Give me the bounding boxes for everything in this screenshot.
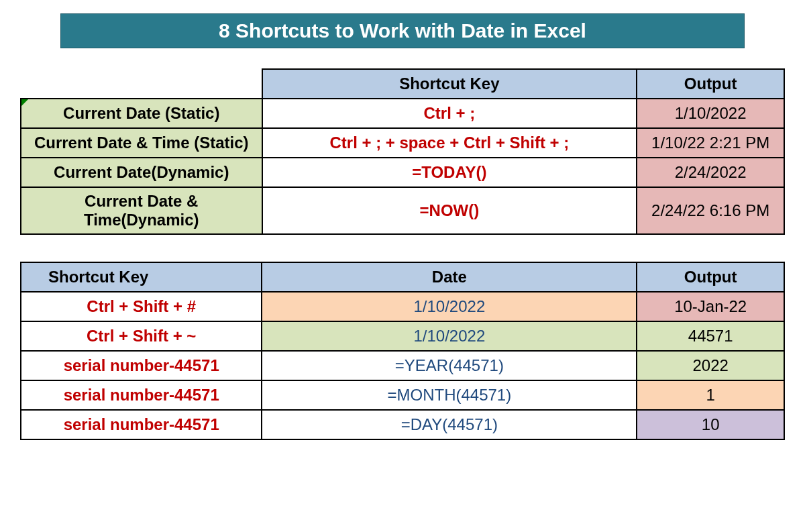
shortcut-key-cell: =NOW(): [262, 187, 637, 234]
table-row: Current Date & Time (Static) Ctrl + ; + …: [21, 128, 784, 158]
output-cell: 1/10/22 2:21 PM: [637, 128, 784, 158]
header-shortcut-key: Shortcut Key: [262, 69, 637, 99]
date-cell: =DAY(44571): [262, 410, 637, 439]
table-row: Current Date & Time(Dynamic) =NOW() 2/24…: [21, 187, 784, 234]
table-row: Shortcut Key Date Output: [21, 262, 784, 292]
shortcut-key-cell: serial number-44571: [21, 410, 262, 439]
output-cell: 2022: [637, 351, 784, 380]
table-row: Current Date(Dynamic) =TODAY() 2/24/2022: [21, 158, 784, 187]
shortcut-key-cell: serial number-44571: [21, 351, 262, 380]
error-indicator-icon: [21, 99, 28, 106]
shortcut-key-cell: Ctrl + Shift + ~: [21, 321, 262, 351]
output-cell: 10-Jan-22: [637, 292, 784, 321]
row-label: Current Date & Time(Dynamic): [21, 187, 262, 234]
date-cell: =YEAR(44571): [262, 351, 637, 380]
page-title: 8 Shortcuts to Work with Date in Excel: [60, 13, 745, 48]
output-cell: 2/24/22 6:16 PM: [637, 187, 784, 234]
table-row: serial number-44571 =MONTH(44571) 1: [21, 380, 784, 410]
date-cell: 1/10/2022: [262, 292, 637, 321]
output-cell: 44571: [637, 321, 784, 351]
table-row: Ctrl + Shift + ~ 1/10/2022 44571: [21, 321, 784, 351]
table-row: serial number-44571 =DAY(44571) 10: [21, 410, 784, 439]
row-label: Current Date (Static): [21, 99, 262, 128]
row-label: Current Date & Time (Static): [21, 128, 262, 158]
table-row: Ctrl + Shift + # 1/10/2022 10-Jan-22: [21, 292, 784, 321]
table-shortcuts-2: Shortcut Key Date Output Ctrl + Shift + …: [20, 262, 785, 440]
shortcut-key-cell: Ctrl + Shift + #: [21, 292, 262, 321]
output-cell: 10: [637, 410, 784, 439]
output-cell: 1: [637, 380, 784, 410]
table-row: serial number-44571 =YEAR(44571) 2022: [21, 351, 784, 380]
date-cell: 1/10/2022: [262, 321, 637, 351]
header-output: Output: [637, 262, 784, 292]
output-cell: 2/24/2022: [637, 158, 784, 187]
header-date: Date: [262, 262, 637, 292]
header-output: Output: [637, 69, 784, 99]
date-cell: =MONTH(44571): [262, 380, 637, 410]
empty-cell: [21, 69, 262, 99]
shortcut-key-cell: =TODAY(): [262, 158, 637, 187]
table-row: Current Date (Static) Ctrl + ; 1/10/2022: [21, 99, 784, 128]
label-text: Current Date (Static): [63, 104, 219, 122]
table-row: Shortcut Key Output: [21, 69, 784, 99]
shortcut-key-cell: serial number-44571: [21, 380, 262, 410]
table-shortcuts-1: Shortcut Key Output Current Date (Static…: [20, 68, 785, 235]
header-shortcut-key: Shortcut Key: [21, 262, 262, 292]
shortcut-key-cell: Ctrl + ;: [262, 99, 637, 128]
shortcut-key-cell: Ctrl + ; + space + Ctrl + Shift + ;: [262, 128, 637, 158]
output-cell: 1/10/2022: [637, 99, 784, 128]
row-label: Current Date(Dynamic): [21, 158, 262, 187]
